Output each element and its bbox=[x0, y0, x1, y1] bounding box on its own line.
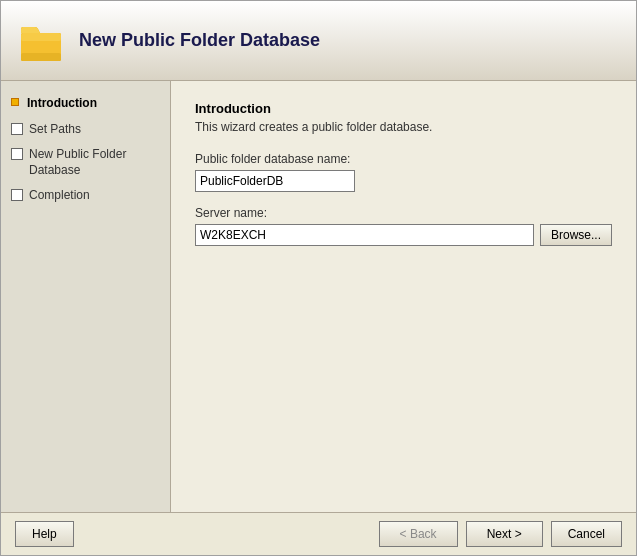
sidebar-item-completion[interactable]: Completion bbox=[1, 183, 170, 209]
dialog-title: New Public Folder Database bbox=[79, 30, 320, 51]
section-description: This wizard creates a public folder data… bbox=[195, 120, 612, 134]
checkbox-icon bbox=[11, 189, 23, 201]
browse-button[interactable]: Browse... bbox=[540, 224, 612, 246]
sidebar-item-new-public-folder-database[interactable]: New Public Folder Database bbox=[1, 142, 170, 183]
dialog-header: New Public Folder Database bbox=[1, 1, 636, 81]
footer-nav-buttons: < Back Next > Cancel bbox=[379, 521, 622, 547]
server-name-row: Browse... bbox=[195, 224, 612, 246]
db-name-input[interactable] bbox=[195, 170, 355, 192]
checkbox-icon bbox=[11, 123, 23, 135]
sidebar-item-set-paths[interactable]: Set Paths bbox=[1, 117, 170, 143]
db-name-label: Public folder database name: bbox=[195, 152, 612, 166]
cancel-button[interactable]: Cancel bbox=[551, 521, 622, 547]
section-title: Introduction bbox=[195, 101, 612, 116]
sidebar-item-introduction[interactable]: Introduction bbox=[1, 91, 170, 117]
folder-icon bbox=[17, 17, 65, 65]
back-button[interactable]: < Back bbox=[379, 521, 458, 547]
next-button[interactable]: Next > bbox=[466, 521, 543, 547]
svg-rect-3 bbox=[21, 33, 61, 41]
checkbox-icon bbox=[11, 148, 23, 160]
main-content: Introduction This wizard creates a publi… bbox=[171, 81, 636, 512]
server-name-group: Server name: Browse... bbox=[195, 206, 612, 246]
server-name-label: Server name: bbox=[195, 206, 612, 220]
db-name-group: Public folder database name: bbox=[195, 152, 612, 192]
server-name-input[interactable] bbox=[195, 224, 534, 246]
dialog-window: New Public Folder Database Introduction … bbox=[0, 0, 637, 556]
dialog-footer: Help < Back Next > Cancel bbox=[1, 512, 636, 555]
dialog-body: Introduction Set Paths New Public Folder… bbox=[1, 81, 636, 512]
svg-rect-4 bbox=[21, 53, 61, 61]
sidebar: Introduction Set Paths New Public Folder… bbox=[1, 81, 171, 512]
active-bullet-icon bbox=[11, 98, 19, 106]
help-button[interactable]: Help bbox=[15, 521, 74, 547]
